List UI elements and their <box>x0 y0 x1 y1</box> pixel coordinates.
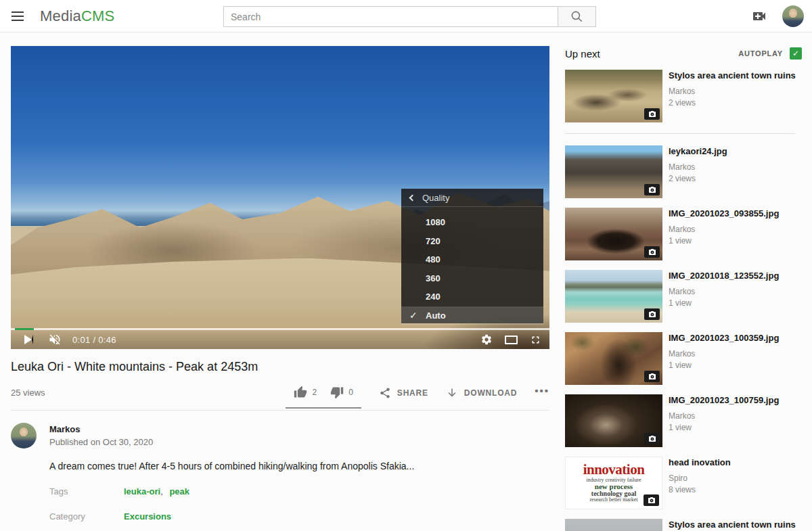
menu-icon[interactable] <box>12 9 25 24</box>
tags-list: leuka-ori, peak <box>124 486 189 497</box>
more-options-button[interactable]: ••• <box>535 385 549 396</box>
dislike-button[interactable]: 0 <box>330 386 353 399</box>
quality-option-label: 480 <box>426 254 441 264</box>
quality-option-label: 1080 <box>426 217 445 227</box>
up-next-item[interactable]: IMG_20201023_093855.jpgMarkos1 view <box>565 208 802 260</box>
video-thumbnail[interactable] <box>565 332 662 385</box>
up-next-item-title[interactable]: head inovation <box>669 457 731 469</box>
mute-button[interactable] <box>48 333 62 346</box>
time-display: 0:01 / 0:46 <box>72 335 116 345</box>
fullscreen-button[interactable] <box>530 334 541 346</box>
up-next-item-author: Spiro <box>669 474 731 483</box>
video-thumbnail[interactable]: innovationindustry creativity failurenew… <box>565 457 662 509</box>
thumb-down-icon <box>330 386 344 399</box>
up-next-item[interactable]: IMG_20201018_123552.jpgMarkos1 view <box>565 270 802 323</box>
up-next-item[interactable]: Stylos area ancient town ruinsMarkos2 vi… <box>565 70 802 122</box>
theater-icon <box>505 336 518 344</box>
media-type-image-badge <box>644 246 660 258</box>
share-button[interactable]: SHARE <box>379 387 428 399</box>
up-next-item-author: Markos <box>669 162 727 172</box>
up-next-item-views: 2 views <box>669 174 727 183</box>
user-avatar[interactable] <box>782 5 804 27</box>
author-avatar[interactable] <box>11 423 37 448</box>
media-type-image-badge <box>644 308 660 320</box>
up-next-item[interactable]: IMG_20201023_100759.jpgMarkos1 view <box>565 394 802 447</box>
camera-icon <box>648 497 656 505</box>
thumb-up-icon <box>294 386 307 399</box>
camera-icon <box>648 310 656 319</box>
theater-mode-button[interactable] <box>505 336 518 344</box>
video-thumbnail[interactable] <box>565 394 662 447</box>
video-thumbnail[interactable] <box>565 208 662 260</box>
up-next-item-author: Markos <box>669 411 779 421</box>
video-thumbnail[interactable] <box>565 270 662 323</box>
media-type-image-badge <box>644 494 659 506</box>
player-controls: 0:01 / 0:46 <box>11 330 549 349</box>
quality-option-360[interactable]: 360 <box>401 269 543 288</box>
download-icon <box>446 387 458 399</box>
up-next-item-title[interactable]: IMG_20201018_123552.jpg <box>669 271 779 282</box>
search-input[interactable] <box>223 6 558 27</box>
logo-cms: CMS <box>81 7 115 24</box>
category-link[interactable]: Excursions <box>124 511 171 522</box>
up-next-item-views: 1 view <box>669 236 779 246</box>
upload-media-button[interactable] <box>751 8 767 24</box>
wordcloud-word: research better market <box>589 497 637 503</box>
top-bar: MediaCMS <box>0 0 812 32</box>
camera-icon <box>648 248 656 256</box>
tag-link-peak[interactable]: peak <box>169 486 189 497</box>
like-count: 2 <box>312 388 317 397</box>
up-next-item-title[interactable]: IMG_20201023_093855.jpg <box>669 208 779 220</box>
settings-button[interactable] <box>480 333 493 346</box>
category-row: Category Excursions <box>49 511 551 522</box>
up-next-item[interactable]: IMG_20201023_100359.jpgMarkos1 view <box>565 332 802 385</box>
tag-separator: , <box>160 486 165 497</box>
quality-option-label: 240 <box>426 292 441 302</box>
dislike-count: 0 <box>348 388 353 397</box>
quality-option-label: 360 <box>426 273 441 283</box>
share-label: SHARE <box>397 388 428 398</box>
quality-option-480[interactable]: 480 <box>401 250 543 269</box>
share-icon <box>379 387 391 399</box>
quality-option-auto[interactable]: ✓Auto <box>401 306 543 325</box>
quality-option-720[interactable]: 720 <box>401 232 543 251</box>
up-next-title: Up next <box>565 48 600 60</box>
tag-link-leuka-ori[interactable]: leuka-ori <box>124 486 160 497</box>
tags-row: Tags leuka-ori, peak <box>49 486 551 497</box>
wordcloud-main-word: innovation <box>583 463 645 477</box>
fullscreen-icon <box>530 334 541 346</box>
download-button[interactable]: DOWNLOAD <box>446 387 517 399</box>
quality-option-1080[interactable]: 1080 <box>401 213 543 232</box>
up-next-item[interactable]: leykaori24.jpgMarkos2 views <box>565 145 802 198</box>
download-label: DOWNLOAD <box>464 388 517 398</box>
up-next-item-title[interactable]: leykaori24.jpg <box>669 146 727 158</box>
up-next-item-title[interactable]: IMG_20201023_100759.jpg <box>669 395 779 407</box>
media-type-image-badge <box>644 371 660 382</box>
gear-icon <box>480 333 493 346</box>
rating-group: 2 0 <box>286 384 361 409</box>
up-next-item-title[interactable]: Stylos area ancient town ruins <box>669 520 796 531</box>
play-button[interactable] <box>24 335 33 344</box>
video-thumbnail[interactable] <box>565 70 662 122</box>
tags-label: Tags <box>49 486 124 497</box>
up-next-item-views: 8 views <box>669 485 731 494</box>
up-next-item-views: 1 view <box>669 298 779 308</box>
logo[interactable]: MediaCMS <box>40 7 114 25</box>
video-thumbnail[interactable] <box>565 145 662 198</box>
quality-menu-back[interactable]: Quality <box>401 189 543 207</box>
autoplay-checkbox[interactable]: ✓ <box>790 47 802 60</box>
up-next-item[interactable]: innovationindustry creativity failurenew… <box>565 457 802 509</box>
like-button[interactable]: 2 <box>294 386 317 399</box>
quality-option-240[interactable]: 240 <box>401 287 543 306</box>
video-description: A dream comes true! After 4-5 hours of c… <box>49 461 551 471</box>
up-next-item[interactable]: Stylos area ancient town ruins <box>565 519 802 531</box>
author-name[interactable]: Markos <box>49 424 153 434</box>
up-next-item-title[interactable]: Stylos area ancient town ruins <box>669 70 796 82</box>
media-type-image-badge <box>644 184 660 195</box>
video-player[interactable]: Quality 1080720480360240✓Auto 0:01 / 0:4… <box>11 46 549 349</box>
video-thumbnail[interactable] <box>565 519 662 531</box>
up-next-item-author: Markos <box>669 225 779 234</box>
up-next-item-title[interactable]: IMG_20201023_100359.jpg <box>669 333 779 344</box>
search-button[interactable] <box>558 6 596 27</box>
search-bar <box>223 6 596 27</box>
